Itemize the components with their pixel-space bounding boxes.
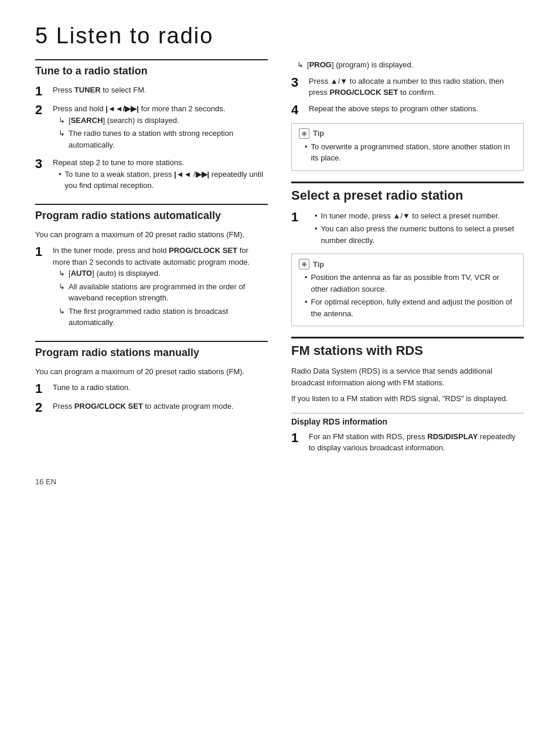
step-tune-2: 2 Press and hold |◄◄/▶▶| for more than 2… <box>35 103 268 152</box>
rds-intro2: If you listen to a FM station with RDS s… <box>291 393 524 405</box>
step-rds-1: 1 For an FM station with RDS, press RDS/… <box>291 431 524 454</box>
step-manual-4: 4 Repeat the above steps to program othe… <box>291 103 524 117</box>
section-rds-title: FM stations with RDS <box>291 337 524 358</box>
arrow-all-stations: ↳ All available stations are programmed … <box>59 281 268 304</box>
tip-header-1: ✳ Tip <box>299 128 516 139</box>
section-select-preset: Select a preset radio station 1 • In tun… <box>291 182 524 327</box>
tip-header-2: ✳ Tip <box>299 259 516 269</box>
left-column: Tune to a radio station 1 Press TUNER to… <box>35 59 268 460</box>
arrow-search: ↳ [SEARCH] (search) is displayed. <box>59 115 268 126</box>
step-preset-1: 1 • In tuner mode, press ▲/▼ to select a… <box>291 210 524 248</box>
step-manual-1: 1 Tune to a radio station. <box>35 382 268 396</box>
arrow-first-programmed: ↳ The first programmed radio station is … <box>59 306 268 329</box>
step-tune-1: 1 Press TUNER to select FM. <box>35 84 268 98</box>
manual-intro: You can program a maximum of 20 preset r… <box>35 366 268 378</box>
step-tune-3: 3 Repeat step 2 to tune to more stations… <box>35 157 268 193</box>
section-manual-title: Program radio stations manually <box>35 341 268 359</box>
arrow-auto: ↳ [AUTO] (auto) is displayed. <box>59 268 268 279</box>
tip-content-antenna: • Position the antenna as far as possibl… <box>299 272 516 319</box>
tip-label-1: Tip <box>313 129 324 138</box>
tip-icon-1: ✳ <box>299 128 309 139</box>
auto-intro: You can program a maximum of 20 preset r… <box>35 229 268 241</box>
step-auto-1: 1 In the tuner mode, press and hold PROG… <box>35 245 268 330</box>
section-program-manual: Program radio stations manually You can … <box>35 341 268 415</box>
continued-manual-steps: ↳ [PROG] (program) is displayed. 3 Press… <box>291 59 524 171</box>
tip-icon-2: ✳ <box>299 259 309 269</box>
right-column: ↳ [PROG] (program) is displayed. 3 Press… <box>291 59 524 460</box>
section-fm-rds: FM stations with RDS Radio Data System (… <box>291 337 524 454</box>
bullet-weak-station: • To tune to a weak station, press |◄◄ /… <box>59 169 268 191</box>
step-manual-2: 2 Press PROG/CLOCK SET to activate progr… <box>35 401 268 415</box>
section-preset-title: Select a preset radio station <box>291 182 524 203</box>
arrow-tune-strong: ↳ The radio tunes to a station with stro… <box>59 128 268 150</box>
tip-content-overwrite: • To overwrite a programmed station, sto… <box>299 141 516 164</box>
tip-box-overwrite: ✳ Tip • To overwrite a programmed statio… <box>291 123 524 171</box>
page-footer: 16 EN <box>35 477 524 486</box>
bullet-preset-select: • In tuner mode, press ▲/▼ to select a p… <box>315 210 524 222</box>
tip-box-antenna: ✳ Tip • Position the antenna as far as p… <box>291 254 524 326</box>
arrow-prog-displayed: ↳ [PROG] (program) is displayed. <box>297 59 524 71</box>
section-program-auto: Program radio stations automatically You… <box>35 204 268 330</box>
bullet-numeric-buttons: • You can also press the numeric buttons… <box>315 223 524 246</box>
subsection-rds-title: Display RDS information <box>291 413 524 426</box>
subsection-display-rds: Display RDS information 1 For an FM stat… <box>291 413 524 454</box>
page-title: 5 Listen to radio <box>35 23 524 49</box>
section-tune-title: Tune to a radio station <box>35 59 268 77</box>
rds-intro1: Radio Data System (RDS) is a service tha… <box>291 365 524 388</box>
step-manual-3: 3 Press ▲/▼ to allocate a number to this… <box>291 76 524 98</box>
section-auto-title: Program radio stations automatically <box>35 204 268 222</box>
tip-label-2: Tip <box>313 260 324 269</box>
section-tune-radio: Tune to a radio station 1 Press TUNER to… <box>35 59 268 193</box>
